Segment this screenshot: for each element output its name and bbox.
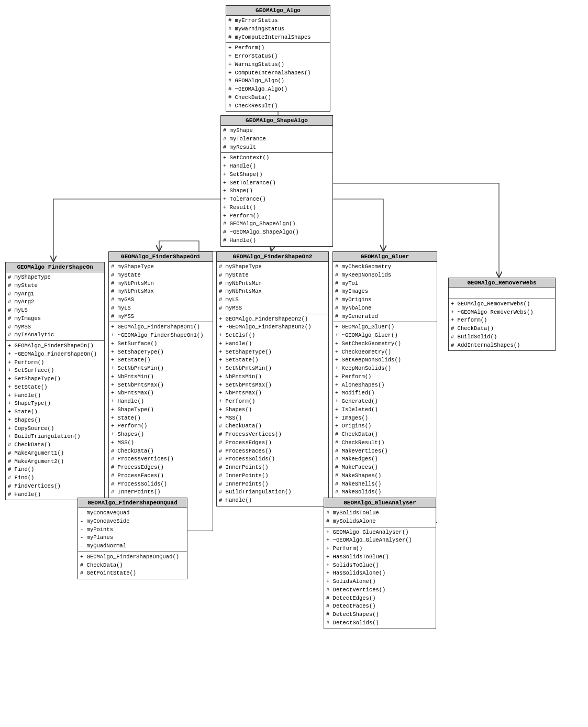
box-fields-GEOMAlgo_ShapeAlgo: # myShape # myTolerance # myResult bbox=[221, 126, 332, 153]
box-title-GEOMAlgo_RemoverWebs: GEOMAlgo_RemoverWebs bbox=[449, 278, 555, 288]
box-GEOMAlgo_FinderShapeOn: GEOMAlgo_FinderShapeOn # myShapeType # m… bbox=[5, 262, 105, 500]
box-title-GEOMAlgo_ShapeAlgo: GEOMAlgo_ShapeAlgo bbox=[221, 116, 332, 126]
box-fields-GEOMAlgo_FinderShapeOn: # myShapeType # myState # myArg1 # myArg… bbox=[6, 272, 104, 341]
box-GEOMAlgo_FinderShapeOnQuad: GEOMAlgo_FinderShapeOnQuad - myConcaveQu… bbox=[77, 498, 187, 579]
box-title-GEOMAlgo_FinderShapeOn: GEOMAlgo_FinderShapeOn bbox=[6, 262, 104, 272]
box-fields-GEOMAlgo_RemoverWebs bbox=[449, 288, 555, 299]
box-methods-GEOMAlgo_Gluer: + GEOMAlgo_Gluer() + ~GEOMAlgo_Gluer() +… bbox=[333, 322, 437, 522]
box-methods-GEOMAlgo_FinderShapeOn2: + GEOMAlgo_FinderShapeOn2() + ~GEOMAlgo_… bbox=[217, 314, 328, 506]
box-GEOMAlgo_FinderShapeOn2: GEOMAlgo_FinderShapeOn2 # myShapeType # … bbox=[216, 251, 329, 506]
box-fields-GEOMAlgo_Algo: # myErrorStatus # myWarningStatus # myCo… bbox=[226, 16, 330, 43]
box-fields-GEOMAlgo_FinderShapeOnQuad: - myConcaveQuad - myConcaveSide - myPoin… bbox=[78, 508, 187, 552]
box-fields-GEOMAlgo_FinderShapeOn2: # myShapeType # myState # myNbPntsMin # … bbox=[217, 262, 328, 314]
box-methods-GEOMAlgo_GlueAnalyser: + GEOMAlgo_GlueAnalyser() + ~GEOMAlgo_Gl… bbox=[324, 527, 436, 629]
box-title-GEOMAlgo_FinderShapeOn2: GEOMAlgo_FinderShapeOn2 bbox=[217, 252, 328, 262]
box-title-GEOMAlgo_GlueAnalyser: GEOMAlgo_GlueAnalyser bbox=[324, 498, 436, 508]
box-fields-GEOMAlgo_FinderShapeOn1: # myShapeType # myState # myNbPntsMin # … bbox=[109, 262, 213, 322]
box-fields-GEOMAlgo_Gluer: # myCheckGeometry # myKeepNonSolids # my… bbox=[333, 262, 437, 322]
box-GEOMAlgo_ShapeAlgo: GEOMAlgo_ShapeAlgo # myShape # myToleran… bbox=[220, 115, 333, 247]
box-GEOMAlgo_RemoverWebs: GEOMAlgo_RemoverWebs + GEOMAlgo_RemoverW… bbox=[448, 278, 556, 351]
box-methods-GEOMAlgo_Algo: + Perform() + ErrorStatus() + WarningSta… bbox=[226, 43, 330, 111]
box-GEOMAlgo_Gluer: GEOMAlgo_Gluer # myCheckGeometry # myKee… bbox=[332, 251, 437, 523]
box-title-GEOMAlgo_Gluer: GEOMAlgo_Gluer bbox=[333, 252, 437, 262]
box-methods-GEOMAlgo_RemoverWebs: + GEOMAlgo_RemoverWebs() + ~GEOMAlgo_Rem… bbox=[449, 299, 555, 351]
box-methods-GEOMAlgo_FinderShapeOn: + GEOMAlgo_FinderShapeOn() + ~GEOMAlgo_F… bbox=[6, 341, 104, 500]
box-methods-GEOMAlgo_FinderShapeOnQuad: + GEOMAlgo_FinderShapeOnQuad() # CheckDa… bbox=[78, 552, 187, 579]
box-fields-GEOMAlgo_GlueAnalyser: # mySolidsToGlue # mySolidsAlone bbox=[324, 508, 436, 527]
box-GEOMAlgo_Algo: GEOMAlgo_Algo # myErrorStatus # myWarnin… bbox=[226, 5, 330, 112]
box-methods-GEOMAlgo_ShapeAlgo: + SetContext() + Handle() + SetShape() +… bbox=[221, 153, 332, 246]
box-GEOMAlgo_FinderShapeOn1: GEOMAlgo_FinderShapeOn1 # myShapeType # … bbox=[108, 251, 213, 531]
box-GEOMAlgo_GlueAnalyser: GEOMAlgo_GlueAnalyser # mySolidsToGlue #… bbox=[324, 498, 436, 629]
box-title-GEOMAlgo_FinderShapeOnQuad: GEOMAlgo_FinderShapeOnQuad bbox=[78, 498, 187, 508]
box-title-GEOMAlgo_FinderShapeOn1: GEOMAlgo_FinderShapeOn1 bbox=[109, 252, 213, 262]
box-title-GEOMAlgo_Algo: GEOMAlgo_Algo bbox=[226, 6, 330, 16]
